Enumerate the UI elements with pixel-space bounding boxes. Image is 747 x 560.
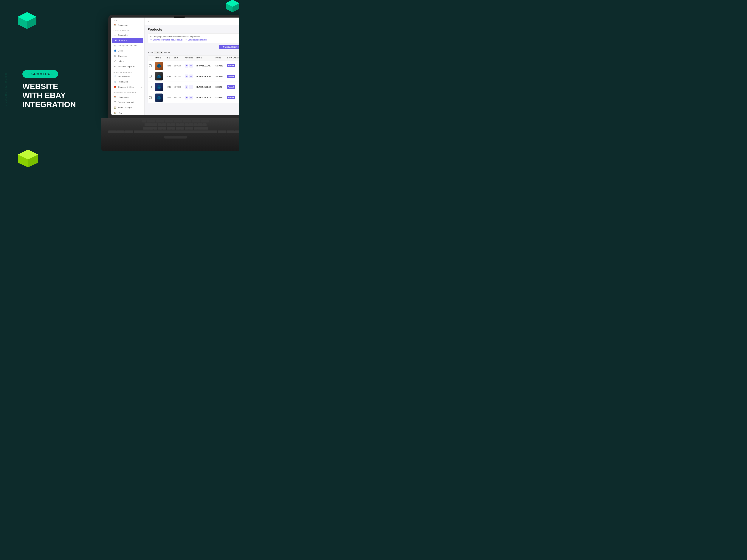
check-all-button[interactable]: ✓ Check All Products in <box>219 45 239 49</box>
sidebar-item-about-us[interactable]: 🏠 About Us page <box>111 105 144 110</box>
sidebar-item-coupons[interactable]: 🎁 Coupons & Offers › <box>111 84 144 89</box>
table-row: 🧥 4287 BP-1700 👁 ✏ BLACK JACKET $769.482… <box>148 92 239 103</box>
variants-button-2[interactable]: Variant <box>227 85 235 89</box>
info-card: On this page you can see and interact wi… <box>148 33 239 43</box>
sidebar-item-users-label: Users <box>118 50 124 52</box>
actions-row: ✓ Check All Products in <box>148 45 239 49</box>
categories-icon: ☰ <box>113 34 117 36</box>
edit-action-2[interactable]: ✏ <box>189 85 193 89</box>
product-actions-3: 👁 ✏ <box>185 96 194 100</box>
green-cube-decoration <box>17 149 39 169</box>
product-price-3: $769.482 <box>214 92 225 103</box>
not-synced-icon: ⊞ <box>113 44 117 47</box>
table-controls: Show 100 50 25 entries <box>148 51 239 54</box>
sidebar-item-not-synced[interactable]: ⊞ Not synced products <box>111 43 144 48</box>
laptop: APP 🏠 Dashboard LISTS & TABLES ☰ Categor… <box>97 15 239 157</box>
app-topbar: ≡ <box>145 18 239 25</box>
sidebar-item-categories-label: Categories <box>118 34 128 36</box>
hamburger-icon[interactable]: ≡ <box>148 20 149 23</box>
table-row: 🧥 4284 BP-4309 👁 ✏ BROWN JACKET $269.982… <box>148 60 239 71</box>
sidebar-item-questions[interactable]: ✉ Questions <box>111 53 144 59</box>
laptop-base <box>101 117 239 151</box>
laptop-screen: APP 🏠 Dashboard LISTS & TABLES ☰ Categor… <box>111 18 239 115</box>
coupons-arrow-icon: › <box>141 86 142 88</box>
sidebar-item-not-synced-label: Not synced products <box>118 45 137 47</box>
sidebar-section-lists: LISTS & TABLES <box>111 28 144 32</box>
product-name-1: BLACK JACKET <box>195 71 214 82</box>
sidebar-item-users[interactable]: 👤 Users <box>111 48 144 53</box>
transactions-icon: 📄 <box>113 75 117 78</box>
edit-action-0[interactable]: ✏ <box>189 64 193 68</box>
entries-select[interactable]: 100 50 25 <box>154 51 163 54</box>
row-checkbox-1[interactable] <box>149 75 152 77</box>
product-actions-0: 👁 ✏ <box>185 64 194 68</box>
coupons-icon: 🎁 <box>113 86 117 88</box>
sidebar-item-faq-label: FAQ <box>118 112 122 114</box>
col-checkbox <box>148 56 153 60</box>
sidebar-item-about-label: About Us page <box>118 106 132 109</box>
sidebar-item-labels[interactable]: 🏷 Labels <box>111 59 144 64</box>
product-sku-0: BP-4309 <box>173 60 183 71</box>
product-sku-2: BP-1899 <box>173 82 183 92</box>
eye-icon: 👁 <box>150 39 152 41</box>
app-content: Products On this page you can see and in… <box>145 25 239 115</box>
sidebar-item-general-label: General Information <box>118 101 136 103</box>
home-icon: 🏠 <box>113 24 117 26</box>
home-page-icon: 🏠 <box>113 96 117 98</box>
product-name-0: BROWN JACKET <box>195 60 214 71</box>
sidebar-item-business-label: Business Inquiries <box>118 65 135 68</box>
col-variants: SHOW VARIANTS <box>225 56 239 60</box>
sidebar-section-content: CONTENT MANAGEMENT <box>111 89 144 95</box>
sidebar-item-purchases[interactable]: 🛒 Purchases <box>111 79 144 84</box>
sidebar-item-categories[interactable]: ☰ Categories <box>111 32 144 38</box>
col-price[interactable]: PRICE ↕ <box>214 56 225 60</box>
page-title: Products <box>148 28 239 31</box>
sidebar-item-purchases-label: Purchases <box>118 81 128 83</box>
row-checkbox-0[interactable] <box>149 64 152 67</box>
col-name[interactable]: NAME ↕ <box>195 56 214 60</box>
app-sidebar: APP 🏠 Dashboard LISTS & TABLES ☰ Categor… <box>111 18 145 115</box>
about-icon: 🏠 <box>113 106 117 109</box>
products-icon: ⊞ <box>115 39 118 42</box>
sidebar-item-dashboard[interactable]: 🏠 Dashboard <box>111 22 144 28</box>
sidebar-item-home-page[interactable]: 🏠 Home page <box>111 95 144 100</box>
product-image-3: 🧥 <box>155 94 163 102</box>
edit-product-link[interactable]: ✏ Edit product information <box>185 39 207 41</box>
col-sku[interactable]: SKU ↕ <box>173 56 183 60</box>
product-price-2: $336.15 <box>214 82 225 92</box>
faq-icon: 🏠 <box>113 111 117 114</box>
info-links: 👁 Show full information about Product ✏ … <box>150 39 239 41</box>
col-id[interactable]: ID ↕ <box>165 56 173 60</box>
sidebar-item-general-info[interactable]: T General Information <box>111 100 144 105</box>
sidebar-item-faq[interactable]: 🏠 FAQ <box>111 110 144 115</box>
laptop-screen-bezel: APP 🏠 Dashboard LISTS & TABLES ☰ Categor… <box>108 15 239 117</box>
product-id-1: 4285 <box>165 71 173 82</box>
row-checkbox-2[interactable] <box>149 86 152 88</box>
view-action-1[interactable]: 👁 <box>185 75 188 78</box>
show-product-link[interactable]: 👁 Show full information about Product <box>150 39 182 41</box>
col-actions: ACTIONS <box>183 56 195 60</box>
hero-title: WEBSITE WITH EBAY INTEGRATION <box>22 82 93 109</box>
variants-button-3[interactable]: Variant <box>227 96 235 99</box>
edit-action-3[interactable]: ✏ <box>189 96 193 100</box>
questions-icon: ✉ <box>113 55 117 57</box>
product-actions-1: 👁 ✏ <box>185 75 194 78</box>
app-main: ≡ Products On this page you can see and … <box>145 18 239 115</box>
edit-action-1[interactable]: ✏ <box>189 75 193 78</box>
sidebar-item-transactions[interactable]: 📄 Transactions <box>111 74 144 79</box>
view-action-0[interactable]: 👁 <box>185 64 188 68</box>
view-action-3[interactable]: 👁 <box>185 96 188 100</box>
business-icon: ⚙ <box>113 65 117 68</box>
info-description: On this page you can see and interact wi… <box>150 35 239 38</box>
product-actions-2: 👁 ✏ <box>185 85 194 89</box>
sidebar-item-products[interactable]: ⊞ Products <box>112 38 143 43</box>
variants-button-0[interactable]: Variant <box>227 64 235 68</box>
row-checkbox-3[interactable] <box>149 96 152 99</box>
variants-button-1[interactable]: Variant <box>227 75 235 78</box>
view-action-2[interactable]: 👁 <box>185 85 188 89</box>
sidebar-item-coupons-label: Coupons & Offers <box>118 86 134 88</box>
product-image-1: 🧥 <box>155 72 163 80</box>
sidebar-section-app: APP <box>111 18 144 22</box>
product-id-2: 4286 <box>165 82 173 92</box>
sidebar-item-business[interactable]: ⚙ Business Inquiries <box>111 64 144 69</box>
